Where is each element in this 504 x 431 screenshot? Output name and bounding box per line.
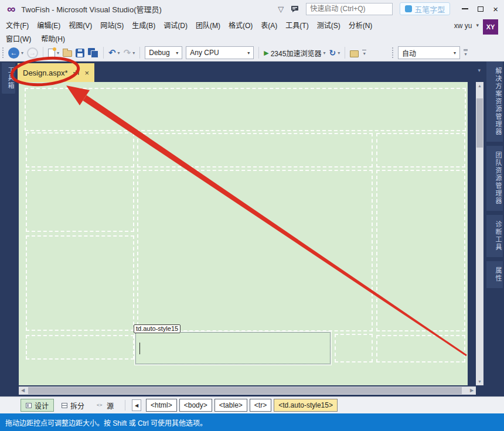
table-cell[interactable] <box>137 170 373 331</box>
table-cell[interactable] <box>137 133 373 167</box>
user-name: xw yu <box>454 22 472 30</box>
navigate-back-button[interactable]: ← ▾ <box>8 47 23 59</box>
tab-close-icon[interactable]: × <box>85 69 90 77</box>
menu-item-1[interactable]: 编辑(E) <box>37 20 60 30</box>
menu-row-1: 文件(F)编辑(E)视图(V)网站(S)生成(B)调试(D)团队(M)格式(O)… <box>0 18 504 32</box>
table-cell[interactable] <box>26 235 134 331</box>
split-view-button[interactable]: 拆分 <box>57 399 89 412</box>
open-file-icon[interactable] <box>63 50 72 57</box>
toolbar-grip[interactable] <box>2 47 5 58</box>
menu-item-0[interactable]: 文件(F) <box>6 20 29 30</box>
menu-item-6[interactable]: 团队(M) <box>196 20 220 30</box>
scroll-left-icon[interactable]: ◀ <box>19 386 27 395</box>
redo-button[interactable]: ↷ ▾ <box>124 47 135 58</box>
redo-dropdown-icon[interactable]: ▾ <box>132 50 135 56</box>
tab-list-dropdown-icon[interactable]: ▾ <box>478 67 481 73</box>
toolbar-overflow-button[interactable]: ▾ <box>464 49 468 57</box>
table-cell[interactable] <box>25 88 466 131</box>
undo-dropdown-icon[interactable]: ▾ <box>118 50 120 56</box>
back-dropdown-icon[interactable]: ▾ <box>21 50 23 56</box>
refresh-dropdown-icon[interactable]: ▾ <box>338 50 340 56</box>
breadcrumb-tag-4[interactable]: <td.auto-style15> <box>274 399 338 412</box>
refresh-icon: ↻ <box>329 48 336 57</box>
overflow-bar <box>464 50 468 51</box>
refresh-button[interactable]: ↻ ▾ <box>329 48 340 57</box>
menu-item-row2-1[interactable]: 帮助(H) <box>41 33 65 43</box>
design-view-button[interactable]: 设计 <box>21 399 54 412</box>
undo-button[interactable]: ↶ ▾ <box>108 47 120 58</box>
breadcrumb-tag-3[interactable]: <tr> <box>250 399 271 412</box>
vertical-scrollbar[interactable]: ▲ ▼ <box>476 82 483 385</box>
side-tab-2[interactable]: 诊断工具 <box>486 215 503 257</box>
menu-item-11[interactable]: 分析(N) <box>349 20 373 30</box>
toolbar-grip[interactable] <box>392 47 394 58</box>
document-tab-design-aspx[interactable]: Design.aspx* × <box>18 63 94 82</box>
breadcrumb-tag-2[interactable]: <table> <box>214 399 247 412</box>
side-tab-3[interactable]: 属性 <box>486 261 503 288</box>
menu-item-4[interactable]: 生成(B) <box>132 20 155 30</box>
browse-tool-icon[interactable] <box>350 50 359 57</box>
table-cell[interactable] <box>376 170 465 331</box>
horizontal-scroll-thumb[interactable] <box>28 387 462 394</box>
maximize-icon[interactable] <box>478 6 483 12</box>
table-cell[interactable] <box>26 132 134 167</box>
table-cell[interactable] <box>376 335 465 362</box>
menu-item-10[interactable]: 测试(S) <box>317 20 340 30</box>
split-view-icon <box>62 403 67 408</box>
ime-badge[interactable]: 五笔字型 <box>400 2 450 15</box>
source-view-button[interactable]: 源 <box>92 399 118 412</box>
save-icon[interactable] <box>76 49 84 57</box>
chevron-down-icon: ▾ <box>464 52 466 57</box>
horizontal-scrollbar[interactable]: ◀ ▶ <box>19 386 476 395</box>
minimize-icon[interactable] <box>462 8 468 9</box>
side-tab-0[interactable]: 解决方案资源管理器 <box>486 61 503 142</box>
platform-combobox[interactable]: Any CPU ▾ <box>186 46 254 59</box>
menu-item-9[interactable]: 工具(T) <box>285 20 308 30</box>
forward-icon: → <box>29 47 36 59</box>
menu-item-7[interactable]: 格式(O) <box>229 20 253 30</box>
new-file-button[interactable]: ▾ <box>48 49 59 57</box>
menu-item-3[interactable]: 网站(S) <box>100 20 124 30</box>
configuration-combobox[interactable]: Debug ▾ <box>145 46 182 59</box>
table-cell[interactable] <box>335 334 373 362</box>
toolbar-overflow-button[interactable]: ▾ <box>362 50 366 56</box>
side-tab-1[interactable]: 团队资源管理器 <box>486 146 503 211</box>
menu-item-5[interactable]: 调试(D) <box>164 20 188 30</box>
vertical-scroll-thumb[interactable] <box>476 98 483 148</box>
user-avatar[interactable]: XY <box>483 19 498 35</box>
menu-item-row2-0[interactable]: 窗口(W) <box>6 33 31 43</box>
quick-launch-input[interactable] <box>306 3 393 15</box>
navigate-forward-button[interactable]: → <box>27 47 38 59</box>
breadcrumb-tag-1[interactable]: <body> <box>179 399 212 412</box>
new-file-icon <box>48 49 55 57</box>
toolbar-separator <box>345 47 345 59</box>
overflow-bar <box>362 50 366 50</box>
design-surface[interactable]: td.auto-style15 <box>19 82 468 385</box>
save-all-icon[interactable] <box>88 48 98 58</box>
run-dropdown-icon[interactable]: ▾ <box>323 50 325 56</box>
format-combobox[interactable]: 自动 ▾ <box>398 46 460 59</box>
menu-item-2[interactable]: 视图(V) <box>69 20 92 30</box>
start-debug-button[interactable]: ▶ 2345加速浏览器 ▾ <box>264 48 325 58</box>
table-cell[interactable] <box>26 335 134 360</box>
table-cell[interactable] <box>376 133 465 167</box>
feedback-icon[interactable] <box>291 5 299 12</box>
title-bar-right: ▽ 五笔字型 × <box>278 2 499 15</box>
tag-scroll-left-button[interactable]: ◀ <box>132 399 141 411</box>
ime-badge-label: 五笔字型 <box>414 4 445 15</box>
new-file-dropdown-icon[interactable]: ▾ <box>57 50 59 56</box>
close-icon[interactable]: × <box>493 5 498 13</box>
toolbox-tab[interactable]: 工具箱 <box>2 63 15 94</box>
selected-table-cell[interactable] <box>135 332 331 364</box>
notifications-icon[interactable]: ▽ <box>278 5 284 13</box>
platform-value: Any CPU <box>190 49 219 57</box>
menu-item-8[interactable]: 表(A) <box>261 20 277 30</box>
toolbar-separator <box>258 47 259 59</box>
scroll-right-icon[interactable]: ▶ <box>468 386 476 395</box>
account-area[interactable]: xw yu ▾ XY <box>454 19 498 35</box>
scroll-down-icon[interactable]: ▼ <box>476 378 483 385</box>
table-cell[interactable] <box>26 170 134 232</box>
pin-icon[interactable] <box>73 69 80 77</box>
scroll-up-icon[interactable]: ▲ <box>476 82 483 90</box>
breadcrumb-tag-0[interactable]: <html> <box>146 399 177 412</box>
